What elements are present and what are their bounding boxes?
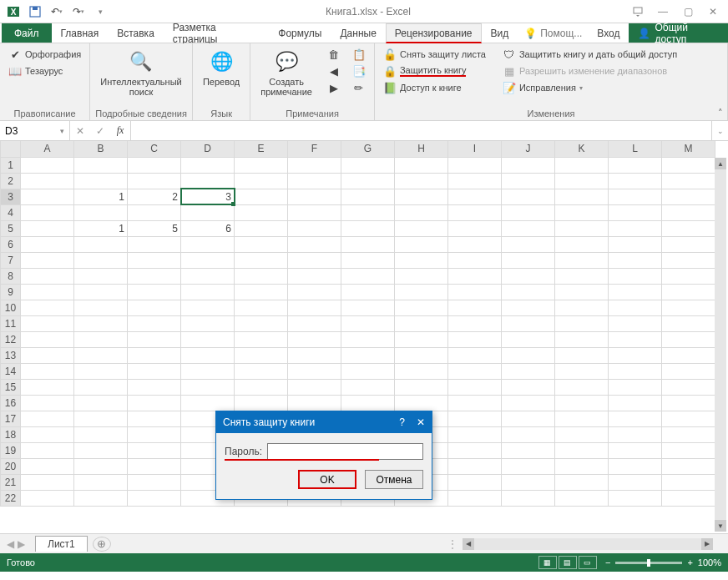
cell[interactable] <box>235 331 288 347</box>
ribbon-options-icon[interactable] <box>626 2 650 22</box>
cell[interactable] <box>341 268 395 284</box>
cell[interactable] <box>448 395 502 411</box>
cell[interactable] <box>395 347 448 363</box>
cell[interactable] <box>609 347 662 363</box>
cell[interactable] <box>448 363 502 379</box>
share-workbook-button[interactable]: 📗Доступ к книге <box>380 80 489 95</box>
password-input[interactable] <box>267 443 423 460</box>
tab-insert[interactable]: Вставка <box>108 23 164 43</box>
cell[interactable] <box>502 157 555 173</box>
row-header[interactable]: 16 <box>1 395 21 411</box>
select-all-cell[interactable] <box>1 141 21 157</box>
allow-ranges-button[interactable]: ▦Разрешить изменение диапазонов <box>499 63 680 78</box>
col-header[interactable]: F <box>288 141 341 157</box>
cell[interactable] <box>395 284 448 300</box>
close-icon[interactable]: ✕ <box>701 2 725 22</box>
cell[interactable] <box>128 331 181 347</box>
cell[interactable] <box>609 458 662 474</box>
cell[interactable] <box>609 363 662 379</box>
ok-button[interactable]: OK <box>298 470 356 489</box>
cell[interactable] <box>448 331 502 347</box>
row-header[interactable]: 1 <box>1 157 21 173</box>
cell[interactable] <box>181 236 235 252</box>
cell[interactable] <box>128 490 181 506</box>
cell[interactable] <box>448 173 502 189</box>
cell[interactable] <box>74 442 128 458</box>
cell[interactable] <box>502 474 555 490</box>
cell[interactable] <box>341 395 395 411</box>
cell[interactable] <box>395 331 448 347</box>
cell[interactable] <box>609 395 662 411</box>
tell-me[interactable]: 💡Помощ... <box>518 23 589 43</box>
cell[interactable] <box>662 331 715 347</box>
cell[interactable] <box>235 300 288 315</box>
cell[interactable] <box>502 236 555 252</box>
show-all-button[interactable]: 📑 <box>349 63 369 78</box>
cell[interactable] <box>74 363 128 379</box>
cell[interactable] <box>181 173 235 189</box>
cell[interactable] <box>21 315 74 331</box>
cell[interactable] <box>555 204 609 220</box>
cell[interactable] <box>128 268 181 284</box>
cell[interactable] <box>21 204 74 220</box>
cell[interactable] <box>235 220 288 236</box>
cell[interactable] <box>555 315 609 331</box>
cell[interactable] <box>662 173 715 189</box>
cell[interactable] <box>609 189 662 204</box>
cell[interactable] <box>448 474 502 490</box>
cell[interactable] <box>128 458 181 474</box>
delete-comment-button[interactable]: 🗑 <box>324 47 344 62</box>
cell[interactable] <box>448 268 502 284</box>
cell[interactable] <box>235 315 288 331</box>
cell[interactable] <box>341 204 395 220</box>
cell[interactable] <box>128 411 181 426</box>
formula-input[interactable] <box>131 121 711 140</box>
cell[interactable] <box>662 411 715 426</box>
cell[interactable] <box>288 300 341 315</box>
cell[interactable] <box>181 379 235 395</box>
cell[interactable] <box>235 395 288 411</box>
cell[interactable] <box>74 347 128 363</box>
protect-workbook-button[interactable]: 🔒Защитить книгу <box>380 63 489 78</box>
cell[interactable] <box>128 300 181 315</box>
horizontal-scrollbar[interactable]: ◀ ▶ <box>463 538 713 550</box>
cell[interactable] <box>662 315 715 331</box>
cell[interactable] <box>448 347 502 363</box>
cell[interactable] <box>609 204 662 220</box>
cell[interactable] <box>128 474 181 490</box>
sign-in[interactable]: Вход <box>589 23 628 43</box>
cell[interactable] <box>74 157 128 173</box>
row-header[interactable]: 19 <box>1 442 21 458</box>
cell[interactable] <box>555 347 609 363</box>
cell[interactable]: 2 <box>128 189 181 204</box>
cell[interactable] <box>448 442 502 458</box>
cell[interactable] <box>662 395 715 411</box>
cell[interactable] <box>502 395 555 411</box>
cell[interactable] <box>21 379 74 395</box>
vertical-scrollbar[interactable]: ▲ ▼ <box>715 158 726 532</box>
tab-formulas[interactable]: Формулы <box>269 23 331 43</box>
cell[interactable] <box>555 363 609 379</box>
cell[interactable] <box>555 395 609 411</box>
cell[interactable] <box>21 268 74 284</box>
cell[interactable] <box>662 363 715 379</box>
cell[interactable] <box>288 189 341 204</box>
cell[interactable] <box>609 315 662 331</box>
cell[interactable] <box>448 236 502 252</box>
zoom-in-icon[interactable]: + <box>687 557 692 567</box>
cell[interactable] <box>128 315 181 331</box>
cell[interactable] <box>502 315 555 331</box>
cell[interactable] <box>128 204 181 220</box>
cell[interactable] <box>555 157 609 173</box>
cell[interactable] <box>288 157 341 173</box>
cell[interactable] <box>128 157 181 173</box>
col-header[interactable]: A <box>21 141 74 157</box>
cell[interactable] <box>555 300 609 315</box>
cell[interactable] <box>341 331 395 347</box>
normal-view-icon[interactable]: ▦ <box>538 556 557 569</box>
cell[interactable] <box>609 252 662 268</box>
cell[interactable] <box>181 284 235 300</box>
cell[interactable] <box>341 220 395 236</box>
col-header[interactable]: B <box>74 141 128 157</box>
row-header[interactable]: 5 <box>1 220 21 236</box>
